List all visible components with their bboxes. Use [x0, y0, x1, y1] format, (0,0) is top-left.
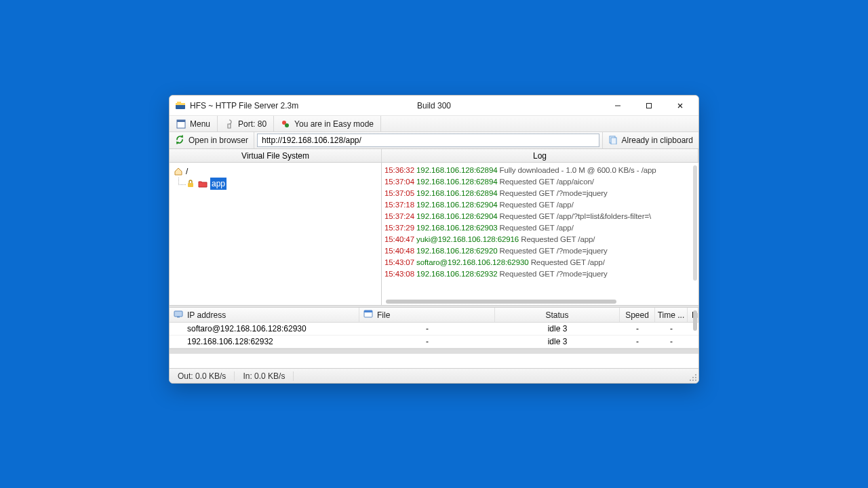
connections-panel: IP address File Status Speed Time ... Pr…: [170, 308, 698, 354]
connections-scrollbar-vertical[interactable]: [693, 308, 697, 354]
clipboard-label: Already in clipboard: [622, 136, 693, 145]
file-icon: [363, 309, 373, 321]
folder-icon: [198, 179, 208, 188]
connections-header-row: IP address File Status Speed Time ... Pr…: [170, 308, 698, 323]
vfs-pane[interactable]: / app: [170, 163, 382, 305]
vfs-root-row[interactable]: /: [174, 165, 377, 178]
log-line[interactable]: 15:37:05 192.168.106.128:62894 Requested…: [384, 188, 696, 199]
log-scrollbar-vertical[interactable]: [693, 165, 697, 281]
status-bar: Out: 0.0 KB/s In: 0.0 KB/s: [170, 368, 698, 383]
build-label: Build 300: [417, 101, 451, 110]
svg-rect-14: [364, 310, 372, 312]
easy-mode-label: You are in Easy mode: [294, 119, 374, 129]
col-speed[interactable]: Speed: [620, 308, 655, 322]
svg-rect-5: [177, 120, 185, 122]
col-file[interactable]: File: [359, 308, 495, 322]
clipboard-box[interactable]: Already in clipboard: [602, 132, 698, 148]
connections-icon: [174, 309, 183, 321]
svg-rect-10: [188, 183, 193, 187]
log-line[interactable]: 15:43:07 softaro@192.168.106.128:62930 R…: [384, 257, 696, 268]
close-button[interactable]: [665, 96, 696, 116]
connection-row[interactable]: softaro@192.168.106.128:62930-idle 3--: [170, 323, 698, 336]
col-ip[interactable]: IP address: [170, 308, 359, 322]
port-icon: [224, 119, 234, 129]
log-line[interactable]: 15:37:29 192.168.106.128:62903 Requested…: [384, 222, 696, 234]
resize-grip[interactable]: [689, 373, 697, 382]
port-label: Port: 80: [238, 119, 267, 129]
col-file-label: File: [377, 310, 390, 320]
svg-rect-9: [611, 138, 616, 144]
open-browser-button[interactable]: Open in browser: [170, 132, 254, 148]
log-line[interactable]: 15:37:24 192.168.106.128:62904 Requested…: [384, 211, 696, 222]
log-header[interactable]: Log: [382, 149, 698, 162]
app-window: HFS ~ HTTP File Server 2.3m Build 300 Me…: [169, 95, 699, 384]
home-icon: [174, 167, 183, 176]
window-title: HFS ~ HTTP File Server 2.3m: [190, 101, 298, 110]
app-icon: [175, 100, 186, 111]
col-status[interactable]: Status: [495, 308, 620, 322]
log-line[interactable]: 15:40:48 192.168.106.128:62920 Requested…: [384, 245, 696, 257]
svg-point-7: [285, 123, 289, 127]
maximize-button[interactable]: [633, 96, 665, 116]
svg-rect-12: [177, 317, 180, 318]
log-line[interactable]: 15:37:18 192.168.106.128:62904 Requested…: [384, 199, 696, 211]
menu-label: Menu: [190, 119, 210, 129]
port-button[interactable]: Port: 80: [218, 116, 274, 131]
main-split: / app 15:36:32 192.168.106.128:62894 Ful…: [170, 163, 698, 305]
open-browser-icon: [175, 135, 184, 146]
log-line[interactable]: 15:43:08 192.168.106.128:62932 Requested…: [384, 268, 696, 280]
svg-rect-2: [177, 102, 181, 103]
window-controls: [602, 96, 696, 116]
svg-rect-11: [174, 311, 182, 317]
connections-rows: softaro@192.168.106.128:62930-idle 3--19…: [170, 323, 698, 348]
connection-row[interactable]: 192.168.106.128:62932-idle 3--: [170, 336, 698, 348]
col-time-label: Time ...: [658, 310, 685, 320]
vfs-app-label: app: [210, 178, 226, 190]
lock-icon: [186, 179, 195, 188]
vfs-root-label: /: [186, 165, 188, 178]
svg-rect-1: [176, 103, 185, 105]
log-line[interactable]: 15:40:47 yuki@192.168.106.128:62916 Requ…: [384, 234, 696, 245]
log-line[interactable]: 15:36:32 192.168.106.128:62894 Fully dow…: [384, 165, 696, 176]
easy-mode-icon: [281, 119, 290, 129]
open-browser-label: Open in browser: [189, 136, 248, 145]
easy-mode-button[interactable]: You are in Easy mode: [274, 116, 381, 131]
vfs-app-row[interactable]: app: [186, 178, 377, 190]
minimize-button[interactable]: [602, 96, 633, 116]
col-speed-label: Speed: [625, 310, 649, 320]
log-scrollbar-horizontal-track: [386, 300, 689, 304]
menu-icon: [176, 119, 186, 129]
col-status-label: Status: [545, 310, 568, 320]
log-scrollbar-horizontal[interactable]: [386, 300, 616, 304]
titlebar[interactable]: HFS ~ HTTP File Server 2.3m Build 300: [170, 96, 698, 116]
log-lines: 15:36:32 192.168.106.128:62894 Fully dow…: [384, 165, 696, 280]
log-pane[interactable]: 15:36:32 192.168.106.128:62894 Fully dow…: [382, 163, 698, 305]
pane-headers: Virtual File System Log: [170, 149, 698, 163]
log-line[interactable]: 15:37:04 192.168.106.128:62894 Requested…: [384, 176, 696, 188]
col-time[interactable]: Time ...: [655, 308, 688, 322]
menu-button[interactable]: Menu: [170, 116, 218, 131]
address-bar: Open in browser Already in clipboard: [170, 132, 698, 149]
status-out: Out: 0.0 KB/s: [170, 371, 235, 381]
url-input[interactable]: [257, 134, 599, 147]
status-in: In: 0.0 KB/s: [235, 371, 294, 381]
svg-rect-3: [647, 103, 652, 108]
toolbar: Menu Port: 80 You are in Easy mode: [170, 116, 698, 132]
vfs-header[interactable]: Virtual File System: [170, 149, 382, 162]
col-ip-label: IP address: [187, 310, 226, 320]
connections-scrollbar-horizontal[interactable]: [170, 348, 698, 354]
clipboard-icon: [608, 135, 618, 146]
